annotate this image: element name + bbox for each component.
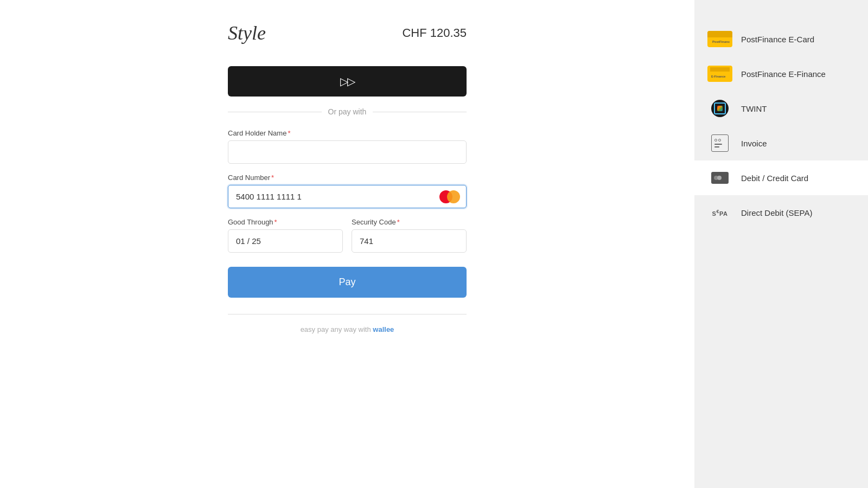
- card-holder-group: Card Holder Name*: [228, 129, 467, 164]
- pay-button[interactable]: Pay: [228, 267, 467, 298]
- wallee-brand: wallee: [373, 325, 394, 333]
- mastercard-icon: [439, 190, 460, 203]
- sidebar-item-sepa[interactable]: S€PA Direct Debit (SEPA): [694, 195, 868, 230]
- sidebar-item-invoice[interactable]: Invoice: [694, 126, 868, 160]
- brand-logo: Style: [228, 22, 266, 44]
- sidebar-item-postfinance-ecard[interactable]: PostFinance PostFinance E-Card: [694, 22, 868, 56]
- pay-button-label: Pay: [339, 277, 355, 287]
- twint-pay-button[interactable]: ▷▷: [228, 66, 467, 97]
- card-holder-input[interactable]: [228, 140, 467, 164]
- card-holder-label: Card Holder Name*: [228, 129, 467, 137]
- postfinance-efinance-icon: E-Finance: [707, 65, 732, 82]
- expiry-security-row: Good Through* Security Code*: [228, 218, 467, 262]
- header: Style CHF 120.35: [228, 22, 467, 44]
- payment-container: Style CHF 120.35 ▷▷ Or pay with Card Hol…: [228, 22, 467, 333]
- postfinance-ecard-label: PostFinance E-Card: [741, 35, 814, 44]
- divider-line-right: [373, 112, 467, 112]
- sidebar-item-twint[interactable]: TWINT: [694, 91, 868, 126]
- debit-credit-icon: [707, 169, 732, 187]
- debit-credit-label: Debit / Credit Card: [741, 174, 808, 183]
- card-number-wrapper: [228, 185, 467, 208]
- sidebar-item-debit-credit[interactable]: Debit / Credit Card: [694, 160, 868, 195]
- svg-rect-4: [710, 67, 730, 72]
- divider-line-left: [228, 112, 322, 112]
- sepa-icon: S€PA: [707, 204, 732, 221]
- pf-efinance-svg: E-Finance: [710, 67, 730, 80]
- required-marker-2: *: [271, 174, 274, 182]
- svg-rect-1: [710, 33, 730, 37]
- card-number-input[interactable]: [228, 185, 467, 208]
- pf-ecard-svg: PostFinance: [710, 33, 730, 46]
- or-pay-with-divider: Or pay with: [228, 107, 467, 116]
- footer-text: easy pay any way with wallee: [228, 325, 467, 333]
- svg-text:PostFinance: PostFinance: [712, 40, 730, 43]
- required-marker: *: [288, 129, 290, 137]
- svg-rect-0: [710, 33, 730, 46]
- card-number-group: Card Number*: [228, 174, 467, 208]
- sidebar-item-postfinance-efinance[interactable]: E-Finance PostFinance E-Finance: [694, 56, 868, 91]
- security-code-label: Security Code*: [352, 218, 467, 226]
- card-number-label: Card Number*: [228, 174, 467, 182]
- postfinance-ecard-icon: PostFinance: [707, 30, 732, 48]
- divider-label: Or pay with: [328, 107, 367, 116]
- security-code-group: Security Code*: [352, 218, 467, 253]
- good-through-input[interactable]: [228, 229, 343, 253]
- twint-label: TWINT: [741, 104, 767, 113]
- required-marker-4: *: [397, 218, 400, 226]
- svg-text:E-Finance: E-Finance: [711, 75, 725, 78]
- footer-divider: [228, 314, 467, 314]
- required-marker-3: *: [275, 218, 277, 226]
- good-through-group: Good Through*: [228, 218, 343, 253]
- payment-methods-sidebar: PostFinance PostFinance E-Card E-Finance…: [694, 0, 868, 488]
- postfinance-efinance-label: PostFinance E-Finance: [741, 69, 826, 79]
- sepa-label: Direct Debit (SEPA): [741, 208, 812, 217]
- main-content: Style CHF 120.35 ▷▷ Or pay with Card Hol…: [0, 0, 694, 488]
- invoice-icon: [707, 134, 732, 152]
- twint-arrows-icon: ▷▷: [340, 75, 354, 88]
- payment-amount: CHF 120.35: [402, 26, 467, 40]
- security-code-input[interactable]: [352, 229, 467, 253]
- twint-sidebar-icon: [707, 100, 732, 117]
- mc-yellow-circle: [447, 190, 460, 203]
- good-through-label: Good Through*: [228, 218, 343, 226]
- invoice-label: Invoice: [741, 139, 767, 148]
